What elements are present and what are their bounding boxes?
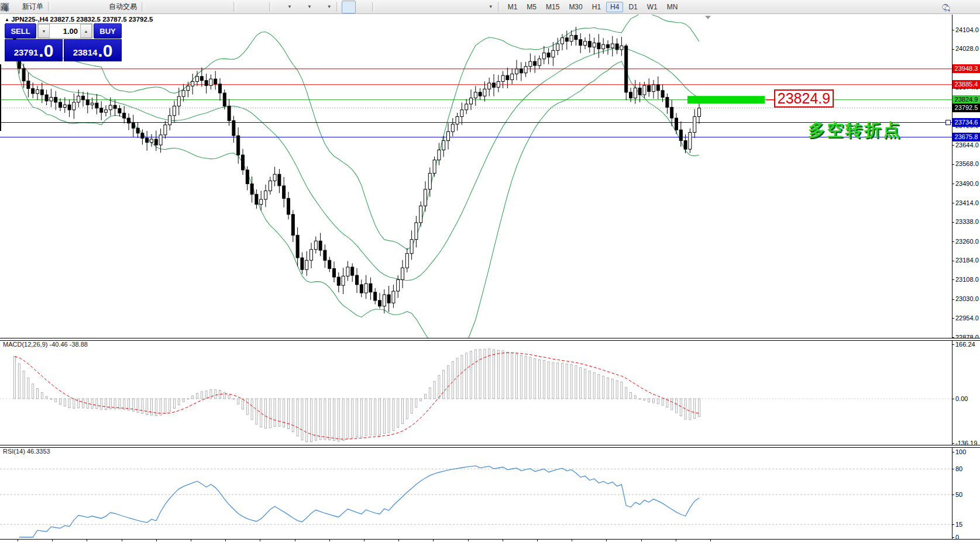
timeframe-d1[interactable]: D1: [624, 2, 641, 12]
time-tick: [295, 539, 295, 541]
time-tick: [606, 539, 607, 541]
vertical-line-tool-button[interactable]: [377, 1, 391, 13]
new-order-icon: [11, 2, 20, 12]
crosshair-icon: [358, 2, 367, 12]
macd-tick-label: 166.24: [955, 341, 975, 348]
rsi-indicator-label: RSI(14) 46.3353: [3, 448, 50, 455]
main-chart-pane: [0, 15, 952, 338]
volume-decrease-button[interactable]: ▼: [38, 24, 50, 38]
channel-icon: E: [422, 2, 431, 12]
buy-button[interactable]: BUY: [94, 23, 122, 39]
timeframe-m1[interactable]: M1: [504, 2, 522, 12]
timeframe-mn[interactable]: MN: [663, 2, 682, 12]
price-tick: [952, 261, 954, 261]
time-tick: [225, 539, 226, 541]
templates-icon: [317, 2, 326, 12]
text-label-tool-button[interactable]: T: [462, 1, 476, 13]
chevron-down-icon: ▼: [327, 4, 332, 9]
fibonacci-tool-button[interactable]: F: [434, 1, 448, 13]
zoom-out-button[interactable]: [203, 1, 217, 13]
zoom-in-button[interactable]: [189, 1, 203, 13]
text-tool-button[interactable]: A: [448, 1, 462, 13]
tile-windows-icon: [219, 2, 229, 12]
price-tick-label: 23490.0: [955, 180, 979, 187]
timeframe-w1[interactable]: W1: [643, 2, 662, 12]
level-line-handle[interactable]: [945, 120, 951, 125]
rsi-pane: [0, 447, 952, 539]
toolbar-grip: [48, 2, 51, 11]
chat-button[interactable]: [961, 1, 975, 14]
one-click-trading-panel: SELL ▼ ▲ BUY 23791 .0 23814 .0: [5, 23, 122, 62]
vertical-line-icon: [380, 2, 389, 12]
tile-windows-button[interactable]: [217, 1, 231, 13]
trendline-tool-button[interactable]: [405, 1, 419, 13]
price-tick-label: 23414.0: [955, 199, 979, 206]
clock-icon: [297, 2, 306, 12]
channel-tool-button[interactable]: E: [419, 1, 434, 13]
macd-tick: [952, 399, 954, 399]
price-callout-label[interactable]: 23824.9: [774, 89, 834, 108]
horizontal-line-tool-button[interactable]: [391, 1, 405, 13]
auto-scroll-button[interactable]: [239, 1, 253, 13]
buy-price-frac: .0: [98, 42, 112, 60]
horizontal-line-icon: [394, 2, 403, 12]
templates-button[interactable]: ▼: [314, 1, 334, 13]
price-tick-label: 24104.0: [955, 26, 979, 33]
price-tick: [952, 222, 954, 223]
rsi-tick-label: 50: [955, 491, 962, 498]
autotrade-button[interactable]: 自动交易: [95, 1, 139, 13]
chart-shift-button[interactable]: [253, 1, 267, 13]
price-tick: [952, 299, 954, 300]
chart-shift-marker[interactable]: [705, 16, 711, 19]
trendline-icon: [408, 2, 417, 12]
price-tick: [952, 318, 954, 319]
rsi-tick-label: 80: [955, 465, 962, 472]
pane-separator[interactable]: [0, 338, 980, 341]
chart-header: ▲ JPN225-,H4 23827.5 23832.5 23787.5 237…: [5, 16, 153, 23]
arrows-tool-button[interactable]: ▼: [476, 1, 496, 13]
cursor-icon: [344, 2, 353, 12]
collapse-triangle-icon[interactable]: ▲: [5, 17, 9, 22]
sell-button[interactable]: SELL: [5, 23, 36, 39]
terminal-icon: [70, 2, 79, 12]
volume-input[interactable]: [50, 24, 80, 38]
time-tick: [87, 539, 87, 541]
candlestick-button[interactable]: [161, 1, 175, 13]
cursor-tool-button[interactable]: [342, 1, 356, 13]
price-level-label: 23792.5: [953, 103, 980, 112]
price-level-label: 23885.4: [953, 80, 980, 89]
line-chart-button[interactable]: [175, 1, 189, 13]
chevron-down-icon: ▼: [287, 4, 292, 9]
buy-price-box[interactable]: 23814 .0: [64, 39, 122, 61]
sell-price-box[interactable]: 23791 .0: [5, 39, 63, 61]
volume-increase-button[interactable]: ▲: [80, 24, 92, 38]
macd-tick-label: 0.00: [955, 395, 968, 402]
crosshair-tool-button[interactable]: [356, 1, 370, 13]
time-tick: [503, 539, 503, 541]
macd-tick: [952, 344, 954, 345]
terminal-button[interactable]: [67, 1, 81, 13]
metaeditor-button[interactable]: [53, 1, 67, 13]
periods-button[interactable]: ▼: [294, 1, 314, 13]
bar-chart-button[interactable]: [147, 1, 161, 13]
text-icon: A: [450, 2, 459, 12]
timeframe-m5[interactable]: M5: [522, 2, 541, 12]
timeframe-h1[interactable]: H1: [588, 2, 605, 12]
pane-separator[interactable]: [0, 445, 980, 448]
price-tick: [952, 184, 954, 184]
sell-label: SELL: [11, 27, 30, 36]
indicators-button[interactable]: ▼: [274, 1, 294, 13]
time-tick: [398, 539, 399, 541]
left-edge-mark: [0, 64, 1, 131]
price-tick: [952, 164, 954, 165]
toolbar-grip: [269, 2, 272, 11]
timeframe-m15[interactable]: M15: [542, 2, 563, 12]
price-tick: [952, 279, 954, 280]
new-order-button[interactable]: 新订单: [9, 1, 46, 13]
timeframe-h4[interactable]: H4: [606, 2, 623, 12]
time-tick: [572, 539, 572, 541]
sound-button[interactable]: [81, 1, 95, 13]
price-tick: [952, 145, 954, 146]
time-tick: [364, 539, 365, 541]
timeframe-m30[interactable]: M30: [565, 2, 586, 12]
